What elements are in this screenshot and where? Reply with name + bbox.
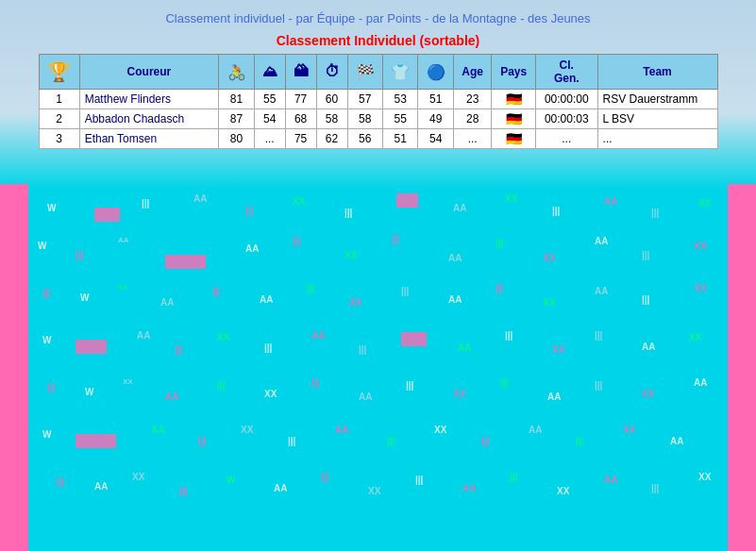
scatter-r5-7: |||: [311, 377, 319, 388]
scatter-area: W ||| AA ||| XX ||| AA XX ||| AA ||| XX …: [28, 189, 728, 551]
scatter-r6-8: XX: [434, 425, 446, 435]
scatter-r2-12: |||: [642, 250, 649, 260]
scatter-r3-6: AA: [260, 294, 273, 305]
scatter-r6-9: |||: [481, 436, 489, 446]
scatter-r4-7: |||: [359, 344, 366, 355]
scatter-r2-pink: [165, 255, 206, 269]
pays-cell: 🇩🇪: [492, 90, 536, 109]
scatter-8: |||: [552, 206, 560, 216]
score-cell: 56: [347, 129, 382, 149]
name-cell[interactable]: Abbadon Chadasch: [79, 109, 219, 129]
score-cell: 58: [347, 109, 382, 129]
table-title: Classement Individuel (sortable): [0, 33, 756, 48]
header-pays[interactable]: Pays: [492, 55, 536, 90]
scatter-r3-10: AA: [448, 294, 462, 305]
scatter-r4-1: W: [42, 335, 51, 345]
score-cell: 53: [382, 90, 417, 109]
score-cell: 51: [418, 90, 453, 109]
scatter-r3-8: XX: [349, 297, 361, 308]
scatter-r6-3: |||: [198, 436, 206, 446]
scatter-r2-11: AA: [595, 236, 608, 246]
pink-panel-left: [0, 184, 28, 551]
scatter-r3-14: |||: [642, 294, 649, 305]
header-col2[interactable]: ⛰: [254, 55, 285, 90]
scatter-1: |||: [142, 198, 149, 209]
pink-panel-right: [728, 184, 756, 551]
team-cell: ...: [597, 129, 717, 149]
scatter-w1: W: [47, 203, 56, 213]
bike-icon: 🚴: [227, 64, 246, 80]
score-cell: ...: [254, 129, 285, 149]
scatter-r3-4: AA: [160, 297, 174, 308]
scatter-r6-5: |||: [288, 436, 295, 446]
score-cell: 54: [254, 109, 285, 129]
scatter-r7-7: |||: [321, 472, 328, 482]
scatter-r6-1: W: [42, 429, 51, 440]
header-col3[interactable]: 🏔: [285, 55, 316, 90]
scatter-r2-9: |||: [496, 238, 503, 248]
score-cell: 54: [418, 129, 453, 149]
name-cell[interactable]: Matthew Flinders: [79, 90, 219, 109]
header-age[interactable]: Age: [453, 55, 492, 90]
page-subtitle[interactable]: Classement individuel - par Équipe - par…: [0, 0, 756, 33]
scatter-r6-6: AA: [335, 425, 348, 435]
score-cell: 68: [285, 109, 316, 129]
scatter-r4-6: AA: [311, 330, 325, 341]
header-rank: 🏆: [39, 55, 79, 90]
header-coureur[interactable]: Coureur: [79, 55, 219, 90]
ranking-table: 🏆 Coureur 🚴 ⛰ 🏔 ⏱ 🏁: [39, 54, 718, 149]
header-team[interactable]: Team: [597, 55, 717, 90]
scatter-11: XX: [698, 198, 711, 209]
flag-icon: 🇩🇪: [506, 131, 522, 146]
scatter-r5-14: XX: [642, 389, 654, 399]
scatter-r4-8: AA: [458, 342, 471, 353]
scatter-r4-12: AA: [642, 342, 655, 352]
score-cell: 60: [316, 90, 347, 109]
table-row: 1Matthew Flinders8155776057535123🇩🇪00:00…: [39, 90, 717, 109]
header-col6[interactable]: 👕: [382, 55, 417, 90]
score-cell: 58: [316, 109, 347, 129]
scatter-r7-13: AA: [604, 475, 617, 485]
scatter-r2-1: W: [38, 241, 46, 251]
rank-cell: 3: [39, 129, 79, 149]
scatter-r5-8: AA: [359, 392, 372, 402]
sprint-icon: 🔵: [427, 64, 445, 80]
flag-icon: 🇩🇪: [506, 92, 522, 107]
scatter-r5-3: XX: [123, 377, 133, 386]
score-cell: 51: [382, 129, 417, 149]
scatter-r5-13: |||: [595, 380, 602, 391]
scatter-r4-13: XX: [689, 332, 701, 342]
age-cell: 23: [453, 90, 492, 109]
scatter-r2-8: AA: [448, 253, 462, 263]
scatter-r7-8: XX: [368, 486, 380, 496]
score-cell: 55: [382, 109, 417, 129]
scatter-r7-4: |||: [179, 486, 187, 496]
name-cell[interactable]: Ethan Tomsen: [79, 129, 219, 149]
scatter-r6-7: |||: [387, 436, 395, 446]
scatter-r2-13: XX: [694, 241, 706, 251]
scatter-r5-5: |||: [217, 380, 225, 391]
scatter-r2-4: AA: [245, 243, 259, 254]
scatter-6: AA: [453, 203, 466, 213]
mountain-icon: ⛰: [262, 63, 277, 79]
header-col7[interactable]: 🔵: [418, 55, 453, 90]
score-cell: 81: [219, 90, 254, 109]
table-row: 3Ethan Tomsen80...7562565154...🇩🇪......: [39, 129, 717, 149]
scatter-r7-5: W: [227, 475, 235, 485]
header-col4[interactable]: ⏱: [316, 55, 347, 90]
scatter-9: AA: [604, 196, 617, 207]
table-row: 2Abbadon Chadasch8754685858554928🇩🇪00:00…: [39, 109, 717, 129]
scatter-r6-12: XX: [623, 425, 635, 435]
header-col1[interactable]: 🚴: [219, 55, 254, 90]
header-cl-gen[interactable]: Cl. Gen.: [536, 55, 598, 90]
scatter-r5-9: |||: [406, 380, 413, 391]
rank-cell: 1: [39, 90, 79, 109]
main-content: Classement individuel - par Équipe - par…: [0, 0, 756, 149]
header-col5[interactable]: 🏁: [347, 55, 382, 90]
scatter-r3-13: AA: [595, 286, 608, 296]
scatter-r7-14: |||: [651, 483, 659, 493]
score-cell: 87: [219, 109, 254, 129]
scatter-r2-5: |||: [293, 236, 300, 246]
scatter-r4-10: XX: [552, 344, 564, 355]
scatter-r6-10: AA: [529, 425, 542, 435]
